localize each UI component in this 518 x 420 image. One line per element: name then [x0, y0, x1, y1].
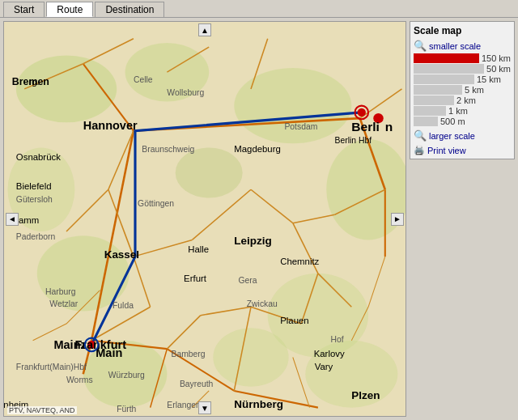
bielefeld-label: Bielefeld: [16, 181, 52, 191]
print-view-link[interactable]: 🖨️ Print view: [414, 145, 511, 155]
scale-label-150km: 150 km: [482, 53, 511, 63]
bayreuth-label: Bayreuth: [180, 380, 214, 388]
scale-bar-15km: [414, 74, 474, 84]
smaller-scale-link[interactable]: 🔍 smaller scale: [414, 40, 511, 52]
karlovy-label: Karlovy: [314, 349, 345, 358]
larger-scale-label: larger scale: [429, 131, 475, 141]
svg-point-10: [176, 147, 243, 197]
bamberg-label: Bamberg: [172, 350, 206, 358]
frankfurt-hbf-label: Frankfurt(Main)Hbf: [16, 363, 87, 371]
fulda-label: Fulda: [113, 301, 134, 310]
scale-bar-500m: [414, 117, 438, 126]
print-view-label: Print view: [427, 146, 466, 155]
scale-item-2km[interactable]: 2 km: [414, 95, 511, 105]
scale-item-50km[interactable]: 50 km: [414, 64, 511, 74]
plzen-label: Plzen: [351, 389, 380, 401]
berlin-hbf-dot: [358, 108, 366, 117]
map-container: ▲ ▼ ◄ ►: [3, 21, 406, 417]
main-content: ▲ ▼ ◄ ►: [0, 18, 518, 420]
scale-label-500m: 500 m: [440, 117, 465, 126]
map-arrow-left[interactable]: ◄: [6, 213, 19, 226]
printer-icon: 🖨️: [414, 145, 425, 155]
braunschweig-label: Braunschweig: [142, 145, 194, 154]
gera-label: Gera: [238, 276, 257, 285]
rg-label: rg.: [28, 77, 39, 87]
main-label: Main: [96, 346, 122, 359]
vary-label: Vary: [315, 362, 333, 371]
scale-label-2km: 2 km: [456, 95, 476, 105]
scale-bar-150km: [414, 53, 479, 63]
tab-bar: Start Route Destination: [0, 0, 518, 18]
scale-label-5km: 5 km: [465, 85, 484, 95]
worms-label: Worms: [66, 375, 93, 384]
hannover-label: Hannover: [83, 119, 138, 132]
scale-label-50km: 50 km: [486, 64, 511, 74]
berlin-hbf-label: Berlin Hbf: [335, 136, 372, 145]
scale-items: 150 km 50 km 15 km 5 km 2 km: [414, 53, 511, 126]
scale-map-panel: Scale map 🔍 smaller scale 150 km 50 km 1…: [410, 21, 515, 159]
scale-item-15km[interactable]: 15 km: [414, 74, 511, 84]
gutersloh-label: Gütersloh: [16, 195, 53, 204]
tab-start[interactable]: Start: [3, 2, 45, 17]
celle-label: Celle: [134, 75, 153, 84]
map-svg: Bremen Berli n Berlin Hbf Hannover Osnab…: [4, 22, 405, 416]
tab-destination[interactable]: Destination: [95, 2, 164, 17]
zwickau-label: Zwickau: [247, 299, 278, 308]
leipzig-label: Leipzig: [234, 235, 271, 247]
scale-item-150km[interactable]: 150 km: [414, 53, 511, 63]
larger-scale-link[interactable]: 🔍 larger scale: [414, 129, 511, 142]
berlin-label2: n: [385, 120, 393, 134]
map-attribution: PTV, NAVTEQ, AND: [7, 406, 77, 414]
scale-item-500m[interactable]: 500 m: [414, 117, 511, 126]
osnabrueck-label: Osnabrück: [16, 152, 61, 162]
hof-label: Hof: [330, 335, 343, 344]
magnify-increase-icon: 🔍: [414, 129, 427, 142]
wetzlar-label: Wetzlar: [49, 299, 78, 308]
potsdam-label: Potsdam: [284, 122, 317, 131]
scale-bar-50km: [414, 64, 484, 74]
harburg-label: Harburg: [45, 287, 76, 296]
scale-item-5km[interactable]: 5 km: [414, 85, 511, 95]
furth-label: Fürth: [117, 405, 136, 414]
magdeburg-label: Magdeburg: [234, 144, 281, 154]
plauen-label: Plauen: [280, 316, 308, 325]
halle-label: Halle: [188, 244, 209, 254]
map-arrow-top[interactable]: ▲: [198, 23, 211, 36]
scale-bar-1km: [414, 106, 446, 116]
erfurt-label: Erfurt: [184, 274, 207, 283]
map-arrow-bottom[interactable]: ▼: [198, 401, 211, 414]
wurzburg-label: Würzburg: [108, 371, 145, 380]
tab-route[interactable]: Route: [46, 2, 93, 17]
svg-point-3: [234, 68, 351, 143]
paderborn-label: Paderborn: [16, 232, 56, 241]
berlin-label: Berli: [351, 120, 380, 134]
nurnberg-label: Nürnberg: [234, 398, 283, 410]
map-arrow-right[interactable]: ►: [391, 213, 404, 226]
erlangen-label: Erlangen: [167, 401, 201, 409]
scale-map-title: Scale map: [414, 25, 511, 36]
scale-item-1km[interactable]: 1 km: [414, 106, 511, 116]
scale-label-1km: 1 km: [448, 106, 468, 116]
kassel-label: Kassel: [104, 248, 139, 261]
wollsburg-label: Wollsburg: [167, 88, 204, 97]
scale-bar-2km: [414, 95, 454, 105]
chemnitz-label: Chemnitz: [280, 257, 319, 266]
goettingen-label: Göttingen: [138, 199, 174, 208]
smaller-scale-label: smaller scale: [429, 41, 481, 51]
scale-label-15km: 15 km: [477, 74, 501, 84]
svg-point-8: [213, 328, 288, 387]
scale-bar-5km: [414, 85, 462, 95]
sidebar: Scale map 🔍 smaller scale 150 km 50 km 1…: [410, 21, 515, 417]
magnify-decrease-icon: 🔍: [414, 40, 427, 52]
